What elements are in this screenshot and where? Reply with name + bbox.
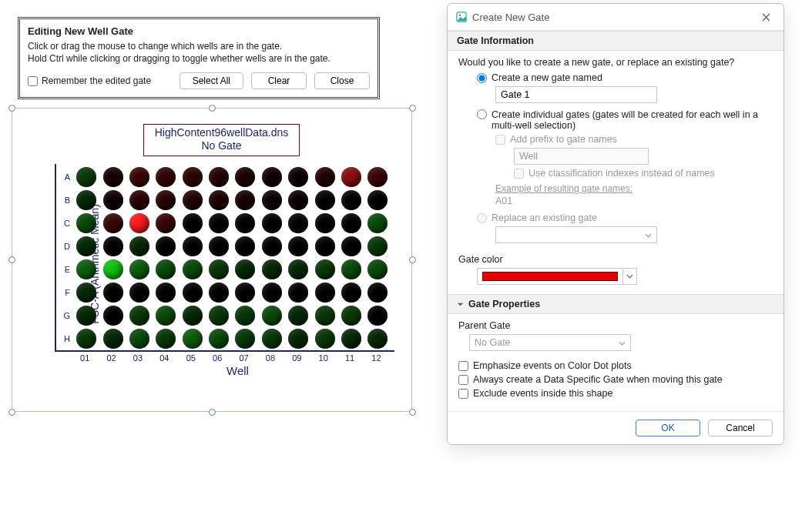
well[interactable]	[103, 283, 123, 303]
gate-name-field[interactable]	[495, 86, 657, 103]
well[interactable]	[235, 329, 255, 349]
radio-create-gate-input[interactable]	[477, 73, 487, 83]
clear-button[interactable]: Clear	[251, 72, 307, 89]
well[interactable]	[129, 259, 149, 279]
well[interactable]	[235, 167, 255, 187]
well[interactable]	[315, 329, 335, 349]
well-plate[interactable]: ABCDEFGH 010203040506070809101112 Well	[55, 161, 404, 377]
well[interactable]	[76, 306, 96, 326]
well[interactable]	[341, 306, 361, 326]
parent-gate-select[interactable]: No Gate	[469, 334, 631, 351]
well[interactable]	[315, 259, 335, 279]
section-gate-properties[interactable]: Gate Properties	[448, 294, 783, 314]
well[interactable]	[367, 190, 388, 210]
well[interactable]	[76, 190, 96, 210]
well[interactable]	[209, 329, 229, 349]
remember-checkbox-input[interactable]	[28, 76, 38, 86]
well[interactable]	[209, 190, 229, 210]
well[interactable]	[288, 236, 308, 256]
well[interactable]	[367, 236, 388, 256]
well[interactable]	[288, 283, 308, 303]
well[interactable]	[341, 213, 361, 233]
well[interactable]	[183, 213, 203, 233]
well[interactable]	[315, 213, 335, 233]
well[interactable]	[235, 213, 255, 233]
dialog-close-button[interactable]	[756, 8, 776, 25]
well[interactable]	[76, 236, 96, 256]
well[interactable]	[341, 190, 361, 210]
well[interactable]	[367, 259, 388, 279]
well[interactable]	[156, 190, 176, 210]
well[interactable]	[76, 167, 96, 187]
well[interactable]	[129, 167, 149, 187]
well[interactable]	[235, 259, 255, 279]
well[interactable]	[129, 236, 149, 256]
always-specific-checkbox-input[interactable]	[458, 375, 468, 385]
well[interactable]	[156, 306, 176, 326]
resize-handle-bm[interactable]	[209, 409, 216, 416]
exclude-events-checkbox-input[interactable]	[458, 389, 468, 399]
well[interactable]	[183, 283, 203, 303]
well[interactable]	[156, 283, 176, 303]
well[interactable]	[76, 283, 96, 303]
well[interactable]	[156, 167, 176, 187]
well[interactable]	[183, 329, 203, 349]
well[interactable]	[76, 213, 96, 233]
well[interactable]	[315, 167, 335, 187]
gate-color-select[interactable]	[477, 268, 637, 285]
well[interactable]	[103, 259, 123, 279]
radio-individual-gates-input[interactable]	[477, 109, 487, 119]
well[interactable]	[235, 306, 255, 326]
well[interactable]	[209, 213, 229, 233]
plot-selection-region[interactable]: FSC-A (Arithmetic Mean) HighContent96wel…	[12, 108, 412, 412]
gate-color-dropdown[interactable]	[622, 269, 636, 284]
well[interactable]	[183, 167, 203, 187]
well[interactable]	[76, 259, 96, 279]
well[interactable]	[262, 190, 282, 210]
well[interactable]	[341, 259, 361, 279]
well[interactable]	[76, 329, 96, 349]
well[interactable]	[315, 283, 335, 303]
well[interactable]	[129, 306, 149, 326]
well[interactable]	[209, 283, 229, 303]
well[interactable]	[262, 167, 282, 187]
well[interactable]	[341, 283, 361, 303]
ok-button[interactable]: OK	[636, 420, 700, 436]
well[interactable]	[103, 167, 123, 187]
well[interactable]	[103, 213, 123, 233]
well[interactable]	[288, 306, 308, 326]
well[interactable]	[288, 259, 308, 279]
well[interactable]	[235, 236, 255, 256]
emphasize-checkbox[interactable]: Emphasize events on Color Dot plots	[458, 360, 773, 371]
well[interactable]	[156, 259, 176, 279]
exclude-events-checkbox[interactable]: Exclude events inside this shape	[458, 388, 773, 399]
close-button[interactable]: Close	[314, 72, 370, 89]
well[interactable]	[367, 283, 388, 303]
resize-handle-bl[interactable]	[8, 409, 15, 416]
resize-handle-ml[interactable]	[8, 256, 15, 263]
resize-handle-tm[interactable]	[209, 105, 216, 112]
well[interactable]	[315, 306, 335, 326]
well[interactable]	[315, 190, 335, 210]
resize-handle-tr[interactable]	[409, 105, 416, 112]
well[interactable]	[183, 236, 203, 256]
radio-create-gate[interactable]: Create a new gate named	[477, 72, 773, 83]
well[interactable]	[315, 236, 335, 256]
well[interactable]	[367, 167, 388, 187]
well[interactable]	[341, 329, 361, 349]
well[interactable]	[262, 329, 282, 349]
emphasize-checkbox-input[interactable]	[458, 361, 468, 371]
well[interactable]	[235, 190, 255, 210]
well[interactable]	[209, 306, 229, 326]
well[interactable]	[209, 167, 229, 187]
remember-checkbox[interactable]: Remember the edited gate	[28, 75, 172, 86]
well[interactable]	[262, 259, 282, 279]
well[interactable]	[103, 306, 123, 326]
well[interactable]	[129, 190, 149, 210]
well[interactable]	[103, 190, 123, 210]
well[interactable]	[235, 283, 255, 303]
well[interactable]	[262, 213, 282, 233]
resize-handle-mr[interactable]	[409, 256, 416, 263]
always-specific-checkbox[interactable]: Always create a Data Specific Gate when …	[458, 374, 773, 385]
well[interactable]	[129, 283, 149, 303]
